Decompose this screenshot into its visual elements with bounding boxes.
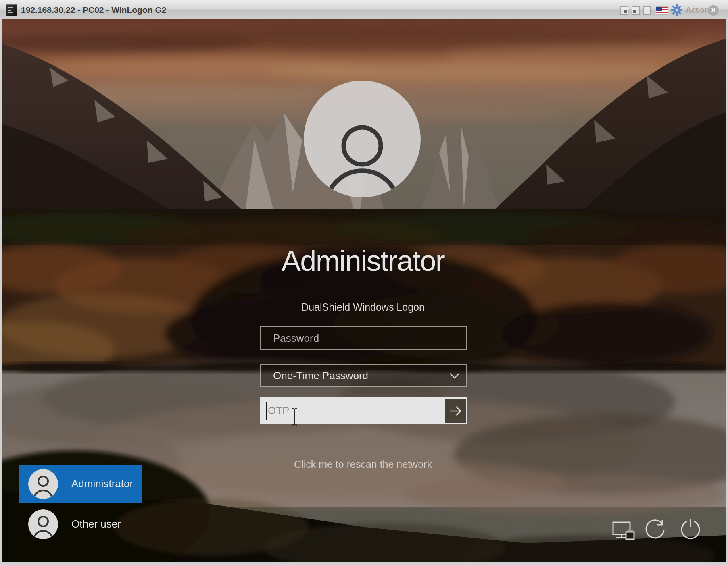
titlebar: 192.168.30.22 - PC02 - WinLogon G2 — [0, 0, 728, 19]
user-tile-label: Other user — [71, 505, 121, 543]
settings-gear-icon[interactable] — [671, 4, 682, 16]
avatar — [304, 81, 421, 197]
console-window-icon — [6, 4, 17, 16]
submit-otp-button[interactable] — [445, 399, 466, 423]
fit-window-icon[interactable] — [620, 6, 628, 15]
signed-in-username: Administrator — [161, 244, 565, 277]
fullscreen-icon[interactable] — [643, 6, 651, 15]
user-tile-administrator[interactable]: Administrator — [19, 465, 142, 503]
fit-guest-icon[interactable] — [632, 6, 640, 15]
vm-console-window: 192.168.30.22 - PC02 - WinLogon G2 — [0, 0, 728, 565]
auth-method-selected: One-Time Password — [273, 370, 368, 382]
window-title: 192.168.30.22 - PC02 - WinLogon G2 — [21, 0, 166, 20]
rescan-network-icon[interactable] — [644, 518, 667, 542]
password-input[interactable] — [260, 326, 467, 350]
power-icon[interactable] — [680, 518, 701, 539]
network-status-icon[interactable] — [611, 520, 636, 542]
close-icon[interactable]: ✕ — [708, 5, 719, 16]
guest-screen: Administrator DualShield Windows Logon O… — [2, 19, 726, 562]
user-icon — [304, 81, 421, 197]
chevron-down-icon — [449, 372, 460, 380]
user-tile-other-user[interactable]: Other user — [19, 505, 142, 543]
mouse-cursor-ibeam — [290, 407, 299, 426]
us-keyboard-flag-icon[interactable] — [656, 6, 668, 15]
user-tile-label: Administrator — [71, 465, 133, 503]
credential-provider-title: DualShield Windows Logon — [202, 301, 524, 313]
user-tile-avatar — [28, 469, 58, 499]
auth-method-dropdown[interactable]: One-Time Password — [260, 364, 467, 387]
user-tile-avatar — [28, 509, 58, 539]
user-icon — [28, 469, 58, 499]
text-caret — [266, 402, 267, 420]
rescan-network-link[interactable]: Click me to rescan the network — [202, 459, 524, 470]
submit-arrow-icon — [449, 405, 462, 418]
user-icon — [28, 509, 58, 539]
